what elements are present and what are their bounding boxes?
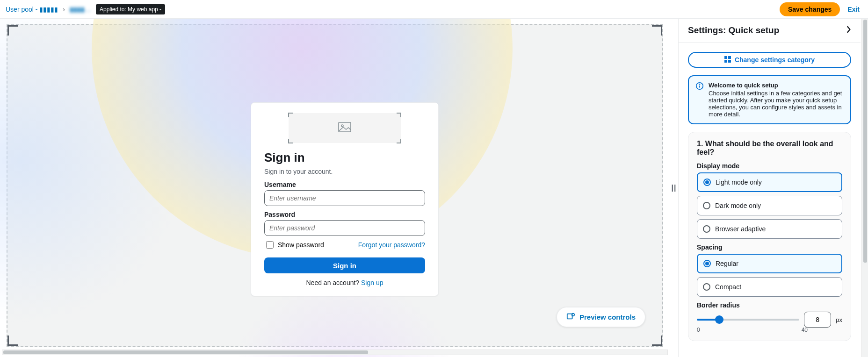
show-password-box[interactable] [266,241,274,249]
image-icon [338,122,351,134]
signin-title: Sign in [264,150,425,165]
svg-rect-5 [728,56,731,59]
info-body: Choose initial settings in a few categor… [709,90,842,118]
preview-controls-label: Preview controls [579,313,636,321]
settings-panel: Settings: Quick setup Change settings ca… [678,19,861,357]
radio-light-label: Light mode only [716,178,762,186]
svg-rect-7 [728,60,731,63]
username-input[interactable] [264,190,425,206]
border-radius-input[interactable] [804,312,831,328]
preview-canvas-area: Sign in Sign in to your account. Usernam… [0,19,670,357]
change-settings-category-button[interactable]: Change settings category [688,52,851,68]
logo-placeholder[interactable] [289,113,401,143]
signup-link[interactable]: Sign up [361,279,383,286]
radio-regular-label: Regular [716,260,738,267]
exit-button[interactable]: Exit [845,2,862,16]
grid-icon [724,56,731,64]
display-mode-label: Display mode [697,162,842,170]
signin-subtitle: Sign in to your account. [264,168,425,175]
horizontal-scrollbar[interactable] [2,350,668,355]
breadcrumb-pool[interactable]: User pool - ▮▮▮▮▮ [6,6,58,13]
svg-rect-0 [339,122,351,132]
radio-compact-spacing[interactable]: Compact [697,277,842,297]
question-1-card: 1. What should be the overall look and f… [688,132,851,341]
info-icon [695,82,704,118]
info-box: Welcome to quick setup Choose initial se… [688,75,851,124]
breadcrumb-pool-name: ▮▮▮▮▮ [39,6,58,13]
svg-point-1 [341,125,343,127]
vertical-scrollbar[interactable] [861,19,868,357]
change-settings-label: Change settings category [735,56,815,64]
radio-browser-label: Browser adaptive [715,225,766,233]
svg-point-10 [700,84,700,85]
signin-card: Sign in Sign in to your account. Usernam… [251,102,439,296]
applied-to-tag: Applied to: My web app - [96,4,165,14]
svg-rect-6 [724,60,727,63]
border-radius-label: Border radius [697,301,842,309]
radio-browser-adaptive[interactable]: Browser adaptive [697,219,842,239]
show-password-label: Show password [278,241,324,249]
breadcrumb-app[interactable]: ▮▮▮▮… [70,6,91,13]
signin-button[interactable]: Sign in [264,257,425,273]
panel-resize-handle[interactable]: || [670,19,678,357]
slider-max: 40 [802,327,808,333]
password-input[interactable] [264,220,425,236]
chevron-right-icon[interactable] [846,25,851,36]
signup-prompt: Need an account? Sign up [264,279,425,286]
border-radius-slider[interactable] [697,314,799,325]
preview-controls-button[interactable]: Preview controls [557,307,645,327]
slider-min: 0 [697,327,700,333]
svg-point-3 [572,314,574,316]
password-label: Password [264,211,425,218]
top-bar: User pool - ▮▮▮▮▮ › ▮▮▮▮… Applied to: My… [0,0,868,19]
show-password-checkbox[interactable]: Show password [264,240,324,250]
forgot-password-link[interactable]: Forgot your password? [358,241,425,249]
radio-compact-label: Compact [715,283,741,291]
chevron-right-icon: › [63,6,65,13]
radio-regular-spacing[interactable]: Regular [697,254,842,273]
radio-light-mode[interactable]: Light mode only [697,172,842,192]
border-radius-unit: px [836,316,842,323]
info-title: Welcome to quick setup [709,82,844,89]
save-changes-button[interactable]: Save changes [780,2,840,16]
username-label: Username [264,181,425,188]
preview-icon [566,312,575,322]
spacing-label: Spacing [697,243,842,251]
radio-dark-label: Dark mode only [715,202,761,209]
settings-panel-title: Settings: Quick setup [688,25,779,36]
radio-dark-mode[interactable]: Dark mode only [697,196,842,215]
question-1-title: 1. What should be the overall look and f… [697,140,842,157]
svg-rect-4 [724,56,727,59]
